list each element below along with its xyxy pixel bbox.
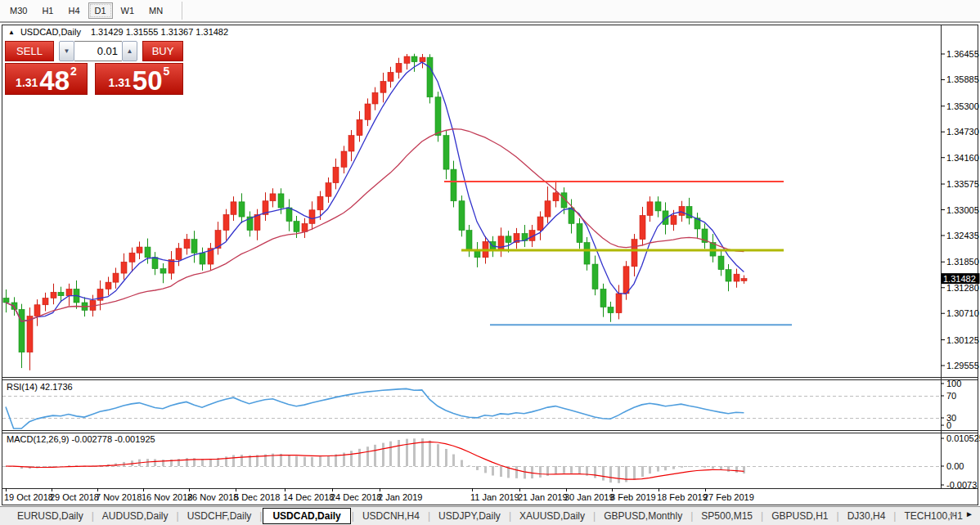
candle-body xyxy=(608,307,614,313)
candle-body xyxy=(459,201,465,231)
price-axis-label: 1.30710 xyxy=(946,308,979,318)
macd-histogram-bar xyxy=(452,455,455,466)
candle-body xyxy=(466,231,472,251)
price-axis-label: 1.32435 xyxy=(946,231,979,240)
candle-body xyxy=(616,294,622,313)
symbol-title: USDCAD,Daily xyxy=(20,27,81,37)
candle-body xyxy=(152,258,158,269)
candle-body xyxy=(726,270,731,281)
macd-histogram-bar xyxy=(704,466,706,468)
macd-histogram-bar xyxy=(437,444,439,466)
buy-price-prefix: 1.31 xyxy=(109,76,131,92)
sell-button[interactable]: SELL xyxy=(5,41,54,61)
macd-histogram-bar xyxy=(515,466,518,478)
candle-body xyxy=(129,253,135,262)
candle-body xyxy=(584,243,590,265)
candle-body xyxy=(200,253,205,264)
macd-histogram-bar xyxy=(358,449,361,466)
price-axis-label: 1.31850 xyxy=(946,257,979,267)
macd-histogram-bar xyxy=(186,458,188,466)
rsi-axis-label: 70 xyxy=(946,391,956,401)
buy-price[interactable]: 1.31505 xyxy=(95,63,183,95)
macd-histogram-bar xyxy=(406,439,408,466)
date-label: 27 Feb 2019 xyxy=(704,492,754,502)
rsi-axis-label: 0 xyxy=(946,420,951,430)
candle-body xyxy=(734,274,739,281)
price-axis-label: 1.35300 xyxy=(946,101,979,111)
date-label: 19 Oct 2018 xyxy=(4,492,53,502)
candle-body xyxy=(294,222,299,232)
candle-body xyxy=(679,206,685,215)
candle-body xyxy=(443,136,449,169)
candle-body xyxy=(741,279,747,281)
candle-body xyxy=(380,81,386,92)
candle-body xyxy=(427,57,433,97)
candle-body xyxy=(317,196,323,210)
macd-histogram-bar xyxy=(633,466,636,480)
candle-body xyxy=(553,193,559,201)
candle-body xyxy=(506,236,511,243)
sell-price-pip: 2 xyxy=(70,65,77,78)
macd-histogram-bar xyxy=(657,466,659,472)
macd-axis-label: -0.0073 xyxy=(946,480,977,490)
candle-body xyxy=(254,214,260,230)
date-label: 21 Jan 2019 xyxy=(518,492,568,502)
candle-body xyxy=(121,262,127,273)
candle-body xyxy=(66,289,72,295)
current-price-value: 1.31482 xyxy=(943,274,976,284)
date-label: 29 Oct 2018 xyxy=(50,492,99,502)
macd-histogram-bar xyxy=(295,456,298,466)
date-label: 18 Feb 2019 xyxy=(657,492,708,502)
macd-histogram-bar xyxy=(288,455,290,466)
date-label: 2 Jan 2019 xyxy=(378,492,422,502)
volume-decrease-button[interactable]: ▼ xyxy=(59,41,74,61)
candle-body xyxy=(348,136,354,151)
macd-histogram-bar xyxy=(241,455,243,466)
macd-histogram-bar xyxy=(311,457,313,466)
candle-body xyxy=(420,57,425,62)
macd-histogram-bar xyxy=(712,466,714,469)
ohlc-values: 1.31429 1.31555 1.31367 1.31482 xyxy=(91,27,228,37)
candle-body xyxy=(396,63,402,72)
candle-body xyxy=(671,215,677,224)
buy-button[interactable]: BUY xyxy=(142,41,183,61)
volume-input[interactable] xyxy=(74,41,122,61)
symbol-arrow-icon: ▲ xyxy=(8,29,15,36)
price-axis-label: 1.33005 xyxy=(946,205,979,215)
sell-price[interactable]: 1.31482 xyxy=(5,63,88,95)
tab-scroll-left-icon[interactable]: ◄ xyxy=(947,509,955,518)
candle-body xyxy=(302,223,308,231)
one-click-trade-panel: SELL ▼ ▲ BUY 1.31482 1.31505 xyxy=(5,41,185,95)
macd-histogram-bar xyxy=(649,466,651,473)
macd-histogram-bar xyxy=(563,466,565,473)
candle-body xyxy=(600,289,606,307)
macd-histogram-bar xyxy=(468,465,470,466)
candle-body xyxy=(404,56,410,63)
rsi-axis-label: 100 xyxy=(946,379,961,388)
candle-body xyxy=(632,240,637,267)
candle-body xyxy=(333,167,339,182)
macd-histogram-bar xyxy=(500,466,502,477)
candle-body xyxy=(106,282,111,289)
candle-body xyxy=(286,208,292,222)
tab-scroll-right-icon[interactable]: ► xyxy=(965,509,973,518)
candle-body xyxy=(647,202,653,216)
macd-histogram-bar xyxy=(398,440,400,466)
sell-price-prefix: 1.31 xyxy=(16,76,38,92)
candle-body xyxy=(278,194,284,208)
macd-histogram-bar xyxy=(327,455,330,466)
candle-body xyxy=(51,292,56,298)
macd-histogram-bar xyxy=(594,466,596,478)
date-label: 14 Dec 2018 xyxy=(283,492,334,502)
volume-increase-button[interactable]: ▲ xyxy=(122,41,137,61)
macd-axis-label: 0.00 xyxy=(946,461,964,471)
candle-body xyxy=(411,56,417,62)
candle-body xyxy=(43,298,48,304)
macd-histogram-bar xyxy=(476,466,479,470)
macd-histogram-bar xyxy=(618,466,620,483)
candle-body xyxy=(309,210,315,224)
candle-body xyxy=(223,214,229,230)
price-axis-label: 1.33575 xyxy=(946,179,979,189)
date-label: 26 Nov 2018 xyxy=(187,492,238,502)
date-label: 7 Nov 2018 xyxy=(96,492,142,502)
